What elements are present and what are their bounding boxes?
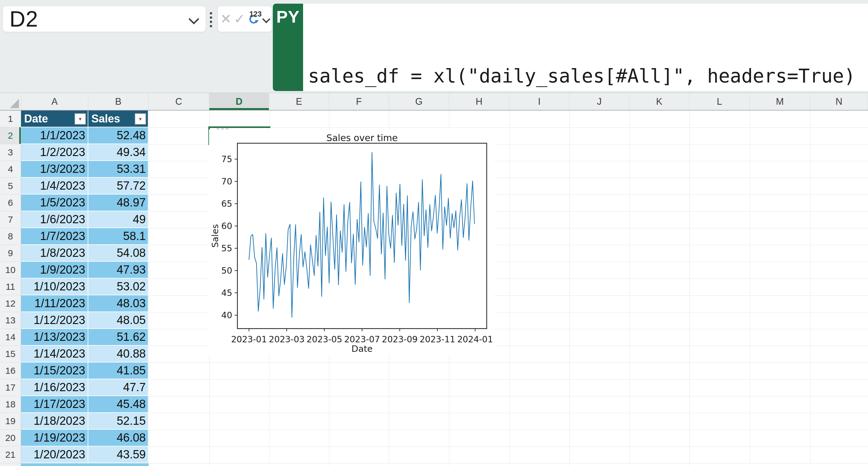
table-row-11-sales[interactable]: 53.02 [88,278,149,295]
row-header-18[interactable]: 18 [0,396,21,413]
table-row-2-sales[interactable]: 52.48 [88,127,149,144]
column-header-C[interactable]: C [149,93,209,110]
table-header-sales[interactable]: Sales▼ [88,110,149,127]
table-row-8-date[interactable]: 1/7/2023 [21,228,88,245]
column-header-D[interactable]: D [209,93,269,110]
table-row-7-sales[interactable]: 49 [88,211,149,228]
filter-dropdown-date[interactable]: ▼ [74,113,86,125]
column-header-H[interactable]: H [449,93,509,110]
table-row-9-date[interactable]: 1/8/2023 [21,245,88,262]
row-header-10[interactable]: 10 [0,262,21,278]
row-header-13[interactable]: 13 [0,312,21,329]
table-row-15-date[interactable]: 1/14/2023 [21,346,88,363]
cancel-icon[interactable]: ✕ [220,12,231,26]
table-row-17-sales[interactable]: 47.7 [88,379,149,396]
table-row-19-sales[interactable]: 52.15 [88,413,149,430]
row-header-14[interactable]: 14 [0,329,21,346]
table-row-7-date[interactable]: 1/6/2023 [21,211,88,228]
table-row-5-sales[interactable]: 57.72 [88,178,149,195]
svg-text:75: 75 [221,154,232,164]
table-row-19-date[interactable]: 1/18/2023 [21,413,88,430]
column-header-K[interactable]: K [629,93,689,110]
row-header-21[interactable]: 21 [0,446,21,463]
row-header-5[interactable]: 5 [0,178,21,195]
row-header-7[interactable]: 7 [0,211,21,228]
table-row-8-sales[interactable]: 58.1 [88,228,149,245]
column-header-I[interactable]: I [509,93,569,110]
filter-dropdown-sales[interactable]: ▼ [135,113,146,125]
table-row-14-date[interactable]: 1/13/2023 [21,329,88,346]
table-row-5-date[interactable]: 1/4/2023 [21,178,88,195]
row-header-8[interactable]: 8 [0,228,21,245]
row-header-4[interactable]: 4 [0,161,21,178]
table-header-date[interactable]: Date▼ [21,110,88,127]
table-row-6-sales[interactable]: 48.97 [88,195,149,211]
excel-window: D2 ✕ ✓ 123 PY sales_df = xl("daily_sales… [0,0,868,466]
column-header-E[interactable]: E [269,93,329,110]
formula-actions-chevron-down-icon[interactable] [262,15,270,23]
column-header-M[interactable]: M [750,93,810,110]
row-header-3[interactable]: 3 [0,144,21,161]
row-header-20[interactable]: 20 [0,430,21,446]
table-row-10-date[interactable]: 1/9/2023 [21,262,88,278]
name-box[interactable]: D2 [2,6,206,32]
python-code[interactable]: sales_df = xl("daily_sales[#All]", heade… [303,4,868,91]
name-box-chevron-down-icon[interactable] [188,14,199,25]
row-header-15[interactable]: 15 [0,346,21,363]
select-all-corner[interactable] [0,93,21,110]
confirm-icon[interactable]: ✓ [234,12,245,26]
column-header-B[interactable]: B [88,93,149,110]
column-headers: ABCDEFGHIJKLMN [0,93,868,110]
table-row-18-date[interactable]: 1/17/2023 [21,396,88,413]
column-header-G[interactable]: G [389,93,449,110]
table-row-4-sales[interactable]: 53.31 [88,161,149,178]
row-header-2[interactable]: 2 [0,127,21,144]
svg-text:Sales: Sales [210,224,220,248]
table-row-2-date[interactable]: 1/1/2023 [21,127,88,144]
svg-text:55: 55 [221,243,232,254]
python-output-chart[interactable]: Sales over timeDateSales7570656055504540… [209,130,494,355]
table-row-17-date[interactable]: 1/16/2023 [21,379,88,396]
row-header-9[interactable]: 9 [0,245,21,262]
formula-input[interactable]: PY sales_df = xl("daily_sales[#All]", he… [273,4,868,91]
column-header-F[interactable]: F [329,93,389,110]
column-header-J[interactable]: J [569,93,629,110]
table-row-20-sales[interactable]: 46.08 [88,430,149,446]
table-row-15-sales[interactable]: 40.88 [88,346,149,363]
column-header-N[interactable]: N [810,93,868,110]
table-row-3-sales[interactable]: 49.34 [88,144,149,161]
table-row-10-sales[interactable]: 47.93 [88,262,149,278]
table-row-21-date[interactable]: 1/20/2023 [21,446,88,463]
row-header-16[interactable]: 16 [0,363,21,379]
column-header-L[interactable]: L [689,93,750,110]
table-row-20-date[interactable]: 1/19/2023 [21,430,88,446]
table-row-9-sales[interactable]: 54.08 [88,245,149,262]
table-row-11-date[interactable]: 1/10/2023 [21,278,88,295]
table-row-3-date[interactable]: 1/2/2023 [21,144,88,161]
table-row-6-date[interactable]: 1/5/2023 [21,195,88,211]
table-row-12-date[interactable]: 1/11/2023 [21,295,88,312]
svg-text:60: 60 [221,221,232,231]
row-header-17[interactable]: 17 [0,379,21,396]
table-row-18-sales[interactable]: 45.48 [88,396,149,413]
table-row-16-date[interactable]: 1/15/2023 [21,363,88,379]
table-row-14-sales[interactable]: 51.62 [88,329,149,346]
table-row-13-date[interactable]: 1/12/2023 [21,312,88,329]
row-header-19[interactable]: 19 [0,413,21,430]
row-header-12[interactable]: 12 [0,295,21,312]
column-header-A[interactable]: A [21,93,88,110]
row-header-11[interactable]: 11 [0,278,21,295]
svg-text:45: 45 [221,288,232,298]
row-header-1[interactable]: 1 [0,110,21,127]
svg-text:50: 50 [221,266,232,276]
svg-text:2023-01: 2023-01 [231,334,267,344]
table-row-12-sales[interactable]: 48.03 [88,295,149,312]
row-header-6[interactable]: 6 [0,195,21,211]
sheet-grid[interactable]: Date▼Sales▼1/1/202352.481/2/202349.341/3… [21,110,868,466]
recalculate-123-icon[interactable]: 123 [247,11,261,27]
table-row-4-date[interactable]: 1/3/2023 [21,161,88,178]
table-row-16-sales[interactable]: 41.85 [88,363,149,379]
table-row-21-sales[interactable]: 43.59 [88,446,149,463]
formula-bar-options-dots-icon[interactable] [210,12,212,27]
table-row-13-sales[interactable]: 48.05 [88,312,149,329]
